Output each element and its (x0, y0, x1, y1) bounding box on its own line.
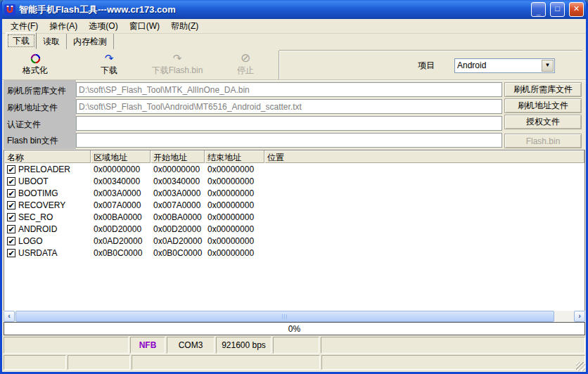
scrollbar-thumb[interactable] (15, 311, 554, 322)
scatter-file-input[interactable] (76, 99, 502, 114)
table-row[interactable]: ✔LOGO 0x0AD20000 0x0AD20000 0x00000000 (4, 235, 584, 247)
download-flashbin-icon: ↷ (173, 53, 182, 64)
status-cell-empty (68, 355, 130, 370)
region-address: 0x0AD20000 (91, 236, 151, 246)
table-row[interactable]: ✔BOOTIMG 0x003A0000 0x003A0000 0x0000000… (4, 187, 584, 199)
region-address: 0x00340000 (91, 176, 151, 186)
resize-grip[interactable] (576, 362, 585, 371)
table-row[interactable]: ✔UBOOT 0x00340000 0x00340000 0x00000000 (4, 175, 584, 187)
status-cell-empty (132, 355, 320, 370)
checkbox[interactable]: ✔ (7, 225, 15, 233)
download-button[interactable]: ↷ 下载 (86, 51, 132, 78)
da-file-label: 刷机所需库文件 (7, 85, 77, 97)
table-row[interactable]: ✔SEC_RO 0x00BA0000 0x00BA0000 0x00000000 (4, 211, 584, 223)
download-label: 下载 (101, 65, 117, 77)
stop-button[interactable]: ⊘ 停止 (224, 51, 267, 78)
horizontal-scrollbar[interactable]: ‹ › (4, 311, 585, 322)
tab-readback[interactable]: 读取 (37, 34, 67, 49)
minimize-icon: _ (532, 3, 545, 20)
end-address: 0x00000000 (205, 176, 264, 186)
start-address: 0x00D20000 (151, 224, 205, 234)
menu-window[interactable]: 窗口(W) (124, 19, 165, 34)
status-cell-empty (4, 355, 66, 370)
chevron-down-icon[interactable]: ▼ (542, 60, 554, 72)
status-com-port: COM3 (167, 337, 215, 354)
checkbox[interactable]: ✔ (7, 177, 15, 186)
status-cell-empty (273, 337, 319, 354)
browse-scatter-file-button[interactable]: 刷机地址文件 (504, 98, 582, 113)
start-address: 0x007A0000 (151, 200, 205, 210)
tab-bar: 下载 读取 内存检测 (2, 34, 586, 49)
menu-help[interactable]: 帮助(Z) (165, 19, 204, 34)
start-address: 0x0AD20000 (151, 236, 205, 246)
partition-table: 名称 区域地址 开始地址 结束地址 位置 ✔PRELOADER 0x000000… (4, 150, 585, 311)
download-icon: ↷ (105, 53, 114, 64)
app-icon (4, 4, 15, 15)
column-header-end-address[interactable]: 结束地址 (205, 150, 264, 163)
checkbox[interactable]: ✔ (7, 237, 15, 245)
menu-options[interactable]: 选项(O) (83, 19, 123, 34)
download-flashbin-button[interactable]: ↷ 下载Flash.bin (142, 51, 212, 78)
partition-name: BOOTIMG (18, 188, 58, 198)
project-label: 项目 (418, 60, 435, 72)
auth-file-input[interactable] (76, 116, 502, 131)
partition-name: SEC_RO (18, 212, 53, 222)
progress-value: 0% (288, 324, 300, 334)
end-address: 0x00000000 (205, 212, 264, 222)
close-button[interactable]: ✕ (569, 2, 584, 17)
browse-auth-file-button[interactable]: 授权文件 (504, 115, 582, 129)
scroll-right-icon[interactable]: › (574, 311, 585, 322)
toolbar: 格式化 ↷ 下载 ↷ 下载Flash.bin ⊘ 停止 项目 Android ▼ (2, 49, 586, 81)
scroll-left-icon[interactable]: ‹ (4, 311, 15, 322)
table-row[interactable]: ✔PRELOADER 0x00000000 0x00000000 0x00000… (4, 163, 584, 175)
flashbin-file-label: Flash bin文件 (7, 135, 77, 147)
start-address: 0x003A0000 (151, 188, 205, 198)
checkbox[interactable]: ✔ (7, 249, 15, 257)
da-file-input[interactable] (76, 82, 502, 97)
end-address: 0x00000000 (205, 248, 264, 258)
column-header-region-address[interactable]: 区域地址 (91, 150, 151, 163)
checkbox[interactable]: ✔ (7, 165, 15, 174)
status-cell-empty (321, 337, 585, 354)
table-row[interactable]: ✔ANDROID 0x00D20000 0x00D20000 0x0000000… (4, 223, 584, 235)
window-title: 智能手机Flash工具---www.cr173.com (19, 4, 527, 16)
partition-name: USRDATA (18, 248, 58, 258)
auth-file-label: 认证文件 (7, 119, 77, 131)
menu-file[interactable]: 文件(F) (5, 19, 44, 34)
minimize-button[interactable]: _ (531, 2, 546, 17)
end-address: 0x00000000 (205, 188, 264, 198)
table-row[interactable]: ✔RECOVERY 0x007A0000 0x007A0000 0x000000… (4, 199, 584, 211)
status-cell-empty (321, 355, 585, 370)
project-selected-value: Android (455, 60, 542, 70)
partition-name: RECOVERY (18, 200, 65, 210)
flashbin-file-input[interactable] (76, 133, 502, 148)
maximize-button[interactable]: □ (550, 2, 565, 17)
format-button[interactable]: 格式化 (12, 51, 58, 78)
scatter-file-label: 刷机地址文件 (7, 102, 77, 114)
project-select[interactable]: Android ▼ (454, 58, 555, 73)
tab-memory-test[interactable]: 内存检测 (67, 34, 114, 49)
start-address: 0x00340000 (151, 176, 205, 186)
region-address: 0x0B0C0000 (91, 248, 151, 258)
region-address: 0x003A0000 (91, 188, 151, 198)
start-address: 0x00BA0000 (151, 212, 205, 222)
format-label: 格式化 (23, 65, 48, 77)
menu-operation[interactable]: 操作(A) (44, 19, 83, 34)
browse-flashbin-button[interactable]: Flash.bin (504, 134, 582, 148)
column-header-location[interactable]: 位置 (264, 150, 584, 163)
table-row[interactable]: ✔USRDATA 0x0B0C0000 0x0B0C0000 0x0000000… (4, 247, 584, 259)
status-nfb-mode: NFB (130, 337, 165, 354)
project-panel: 项目 Android ▼ (279, 51, 582, 79)
column-header-name[interactable]: 名称 (4, 150, 91, 163)
checkbox[interactable]: ✔ (7, 213, 15, 221)
column-header-start-address[interactable]: 开始地址 (151, 150, 205, 163)
end-address: 0x00000000 (205, 236, 264, 246)
browse-da-file-button[interactable]: 刷机所需库文件 (504, 82, 582, 97)
tab-download[interactable]: 下载 (6, 32, 37, 49)
status-cell-empty (4, 337, 129, 354)
close-icon: ✕ (573, 4, 580, 13)
end-address: 0x00000000 (205, 165, 264, 174)
title-bar[interactable]: 智能手机Flash工具---www.cr173.com _ □ ✕ (0, 0, 588, 19)
checkbox[interactable]: ✔ (7, 201, 15, 209)
checkbox[interactable]: ✔ (7, 189, 15, 198)
